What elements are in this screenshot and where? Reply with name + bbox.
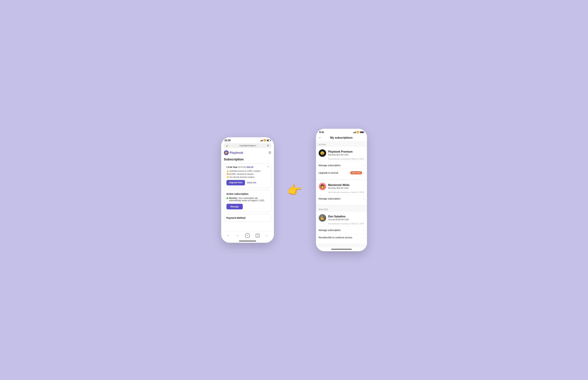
chevron-icon-2: › — [363, 171, 364, 174]
don-manage-row[interactable]: Manage subscription › — [319, 227, 364, 234]
left-phone-content: 😵 Playbook ☰ Subscription ✕ 1 Full Year … — [221, 149, 274, 231]
mackenzie-name: Mackenzie Wells — [328, 184, 350, 187]
mackenzie-wells-card: 👩 Mackenzie Wells Monthly $28.00 USD Aut… — [316, 180, 367, 205]
browser-tab-button[interactable]: 1 — [256, 234, 260, 237]
feature-1: 💪 Unlimited access to 1,000+ creators — [227, 170, 269, 172]
page-title-right: My subscriptions — [330, 136, 353, 139]
don-resubscribe-row[interactable]: Resubscribe to continue access › — [319, 234, 364, 241]
signal-icon-left — [260, 139, 263, 141]
playbook-manage-label: Manage subscription — [319, 164, 341, 167]
browser-bar[interactable]: 🔒 my.playbookapp.io ⬆ — [224, 143, 271, 148]
playbook-logo: 😵 Playbook — [224, 150, 243, 155]
playbook-header: 😵 Playbook ☰ — [224, 150, 271, 155]
chevron-icon-5: › — [363, 236, 364, 239]
save-pill: SAVE 35% — [350, 171, 362, 174]
browser-nav: ← → + 1 ··· — [221, 231, 274, 240]
don-resubscribe-right: › — [363, 236, 364, 239]
mackenzie-manage-row[interactable]: Manage subscription › — [319, 195, 364, 202]
browser-plus-button[interactable]: + — [245, 233, 250, 238]
playbook-logo-text: Playbook — [230, 151, 243, 155]
payment-method-title: Payment Method — [227, 217, 269, 219]
upgrade-actions: Upgrade Now SAVE 44% — [227, 180, 269, 185]
active-status-dot — [227, 197, 228, 199]
original-price: $179.99 — [238, 166, 246, 168]
sub-status: Monthly | Your subscription will automat… — [227, 197, 269, 202]
sub-status-text: Monthly | Your subscription will automat… — [229, 197, 269, 202]
playbook-upgrade-row[interactable]: Upgrade to annual SAVE 35% › — [319, 169, 364, 177]
browser-url: my.playbookapp.io — [239, 144, 256, 147]
pointing-hand-emoji: 👈 — [287, 183, 302, 197]
plan-title: 1 Full Year $179.99 $99.99 — [227, 166, 269, 168]
mackenzie-header: 👩 Mackenzie Wells Monthly $28.00 USD — [319, 183, 364, 190]
right-content: ACTIVE 😵 Playbook Premium Monthly $14.99… — [316, 141, 367, 247]
mackenzie-info: Mackenzie Wells Monthly $28.00 USD — [328, 184, 350, 189]
browser-back-button[interactable]: ← — [227, 234, 230, 237]
mackenzie-price: Monthly $28.00 USD — [328, 187, 350, 189]
time-right: 9:41 — [319, 131, 324, 133]
sale-price: $99.99 — [247, 166, 253, 168]
right-phone: 9:41 📶 ← My subscriptions ACTIVE — [316, 129, 367, 251]
playbook-premium-header: 😵 Playbook Premium Monthly $14.99 USD — [319, 149, 364, 157]
browser-forward-button[interactable]: → — [236, 234, 239, 237]
inactive-section-label: INACTIVE — [316, 206, 367, 212]
chevron-icon-4: › — [363, 229, 364, 231]
battery-icon-right — [360, 131, 364, 133]
don-header: 💪 Don Saladino Annual $199.99 USD — [319, 214, 364, 222]
don-price: Annual $199.99 USD — [328, 218, 349, 221]
mackenzie-avatar: 👩 — [319, 183, 326, 190]
status-icons-left: 📶 — [260, 139, 270, 142]
mackenzie-manage-label: Manage subscription — [319, 197, 341, 200]
playbook-upgrade-right: SAVE 35% › — [350, 171, 364, 174]
wifi-icon-left: 📶 — [264, 139, 266, 142]
monthly-label: Monthly — [229, 197, 237, 199]
playbook-manage-row[interactable]: Manage subscription › — [319, 162, 364, 169]
time-left: 22:25 — [225, 139, 231, 142]
hamburger-menu-icon[interactable]: ☰ — [268, 151, 271, 155]
playbook-premium-card: 😵 Playbook Premium Monthly $14.99 USD Au… — [316, 147, 367, 179]
status-icons-right: 📶 — [353, 131, 364, 133]
browser-more-button[interactable]: ··· — [266, 234, 268, 237]
feature-3: 🤝 You directly fund the creators — [227, 176, 269, 178]
status-bar-left: 22:25 📶 — [221, 137, 274, 143]
chevron-icon: › — [363, 164, 364, 167]
lock-icon: 🔒 — [226, 145, 228, 147]
active-section-label: ACTIVE — [316, 141, 367, 147]
status-bar-right: 9:41 📶 — [316, 129, 367, 135]
playbook-upgrade-label: Upgrade to annual — [319, 171, 338, 174]
playbook-premium-avatar: 😵 — [319, 149, 326, 157]
wifi-icon-right: 📶 — [357, 131, 359, 133]
upgrade-now-button[interactable]: Upgrade Now — [227, 180, 245, 185]
plan-name: 1 Full Year — [227, 166, 238, 168]
don-saladino-card: 💪 Don Saladino Annual $199.99 USD Automa… — [316, 212, 367, 243]
playbook-premium-price: Monthly $14.99 USD — [328, 153, 353, 156]
share-icon[interactable]: ⬆ — [267, 144, 269, 147]
battery-icon-left — [267, 139, 270, 141]
playbook-premium-name: Playbook Premium — [328, 150, 353, 153]
playbook-logo-icon: 😵 — [224, 150, 229, 155]
don-manage-label: Manage subscription — [319, 229, 341, 231]
feature-2: 🔥 60,000+ workouts & classes — [227, 173, 269, 175]
right-header: ← My subscriptions — [316, 135, 367, 141]
close-upgrade-button[interactable]: ✕ — [267, 165, 269, 168]
home-indicator-left — [239, 241, 256, 241]
don-resubscribe-label: Resubscribe to continue access — [319, 236, 352, 239]
don-name: Don Saladino — [328, 215, 349, 218]
payment-method-card: Payment Method — [224, 214, 271, 222]
subscription-section-title: Subscription — [224, 157, 271, 161]
playbook-premium-info: Playbook Premium Monthly $14.99 USD — [328, 150, 353, 156]
back-button-right[interactable]: ← — [319, 136, 322, 139]
scene: 22:25 📶 🔒 my.playbookapp.io ⬆ 😵 — [200, 129, 388, 251]
playbook-premium-renew: Automatically renewing on March 3, 2024 — [319, 158, 364, 160]
manage-button-left[interactable]: Manage — [227, 204, 243, 209]
save-badge-left: SAVE 44% — [247, 182, 256, 184]
don-manage-right: › — [363, 229, 364, 231]
chevron-icon-3: › — [363, 197, 364, 200]
active-subscription-card: Active subscription Monthly | Your subsc… — [224, 190, 271, 212]
upgrade-card: ✕ 1 Full Year $179.99 $99.99 💪 Unlimited… — [224, 163, 271, 188]
don-info: Don Saladino Annual $199.99 USD — [328, 215, 349, 221]
don-avatar: 💪 — [319, 214, 326, 222]
mackenzie-renew: Automatically renewing on March 3, 2024 — [319, 191, 364, 193]
active-sub-title: Active subscription — [227, 192, 269, 195]
don-renew: Automatically renewing on March 3, 2025 — [319, 223, 364, 225]
home-indicator-right — [331, 249, 352, 249]
